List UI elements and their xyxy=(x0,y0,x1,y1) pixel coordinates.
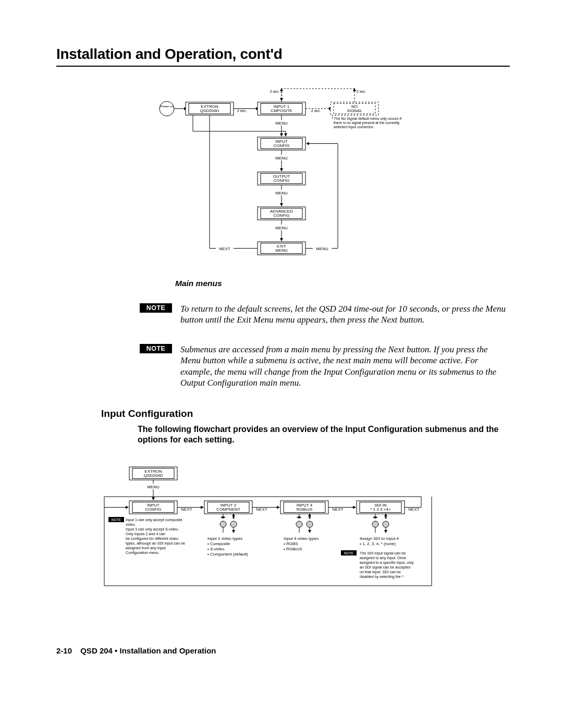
adjust-icon-sdi: ◂▸ ♦ xyxy=(372,514,389,533)
right-note-l4: an SDI signal can be accepted xyxy=(360,565,411,570)
nosignal-note-l3: selected input connector. xyxy=(334,125,374,129)
inp2-t3: • Component (default) xyxy=(207,552,248,557)
menu-label-top: MENU xyxy=(147,485,160,489)
sdi-assign-title: Assign SDI to Input # xyxy=(360,536,399,541)
extron-box-l2: QSD204D xyxy=(144,473,163,478)
menu-label-loop: MENU xyxy=(316,246,328,251)
extron-box-l2: QSD204D xyxy=(200,108,219,113)
next-3: NEXT xyxy=(332,507,343,512)
chapter-title: Installation and Operation, cont'd xyxy=(56,46,283,63)
inp2-t2: • S-video xyxy=(207,547,225,551)
adjust-icon-input2: ◂▸ ♦ xyxy=(220,514,237,533)
delay-2sec-1: 2 sec. xyxy=(237,109,247,113)
main-menus-diagram: Power on EXTRON QSD204D 2 sec. INPUT 1 C… xyxy=(156,83,427,273)
right-note-l6: disabled by selecting the *. xyxy=(360,574,405,579)
note-badge-left: NOTE xyxy=(112,518,121,522)
input-configuration-heading: Input Configuration xyxy=(101,408,193,419)
next-1: NEXT xyxy=(181,507,192,512)
inp4-t2: • RGBcvS xyxy=(284,547,302,551)
input-config-l2: CONFIG xyxy=(145,507,161,512)
power-on-label: Power on xyxy=(160,104,174,108)
main-menus-caption: Main menus xyxy=(175,279,222,288)
delay-2sec-top1: 2 sec. xyxy=(270,90,280,93)
input-config-diagram: EXTRON QSD204D MENU INPUT CONFIG NEXT IN… xyxy=(104,465,511,602)
exit-menu-l2: MENU xyxy=(275,248,288,253)
svg-text:◂▸: ◂▸ xyxy=(297,514,302,520)
nosignal-box-l2: SIGNAL xyxy=(347,108,362,113)
svg-text:◂▸: ◂▸ xyxy=(373,514,378,520)
output-config-l2: CONFIG xyxy=(273,178,289,183)
left-note-l5: be configured for different video xyxy=(126,536,178,541)
input1-box-l2: CMPOSITE xyxy=(271,108,292,113)
note-badge-2: NOTE xyxy=(140,344,172,353)
svg-point-83 xyxy=(383,521,389,527)
inp4-t1: • RGBS xyxy=(284,541,298,546)
sdi-assign-l1: • 1, 2, 3, 4, * (none) xyxy=(360,541,396,546)
next-label: NEXT xyxy=(219,246,230,251)
note-badge-right: NOTE xyxy=(344,551,354,555)
delay-2sec-2: 2 sec. xyxy=(311,109,321,113)
left-note-l4: Only Inputs 2 and 4 can xyxy=(126,532,165,536)
footer-title: QSD 204 • Installation and Operation xyxy=(80,646,216,655)
inp2-types-title: Input 2 video types xyxy=(207,536,242,541)
right-note-l3: assigned to a specific input, only xyxy=(360,560,414,565)
svg-point-75 xyxy=(307,521,313,527)
inp4-types-title: Input 4 video types xyxy=(284,536,319,541)
chapter-rule xyxy=(56,66,510,67)
left-note-l3: Input 3 can only accept S-video. xyxy=(126,527,179,532)
input-configuration-paragraph: The following flowchart provides an over… xyxy=(138,424,510,446)
svg-text:◂▸: ◂▸ xyxy=(221,514,226,520)
input2-box-l2: COMPNENT xyxy=(216,507,240,512)
nosignal-note-l2: there is no signal present at the curren… xyxy=(334,121,400,125)
next-4: NEXT xyxy=(408,507,419,512)
svg-point-0 xyxy=(160,102,174,116)
svg-text:♦: ♦ xyxy=(385,515,387,520)
note-2-text: Submenus are accessed from a main menu b… xyxy=(180,344,509,388)
note-badge-1: NOTE xyxy=(140,303,172,313)
inp2-t1: • Composite xyxy=(207,541,230,546)
right-note-l1: The SDI input signal can be xyxy=(360,551,406,556)
svg-point-82 xyxy=(372,521,378,527)
advanced-config-l2: CONFIG xyxy=(273,213,289,218)
page-number: 2-10 xyxy=(56,646,72,655)
menu-label-3: MENU xyxy=(275,191,288,195)
left-note-l1: Input 1 can only accept composite xyxy=(126,517,182,522)
manual-page: Installation and Operation, cont'd Power… xyxy=(0,0,563,728)
next-2: NEXT xyxy=(256,507,267,512)
left-note-l6: types, although an SDI input can be xyxy=(126,541,185,546)
note-1-text: To return to the default screens, let th… xyxy=(180,303,509,326)
right-note-l2: assigned to any input. Once xyxy=(360,556,406,560)
svg-point-66 xyxy=(220,521,226,527)
svg-point-67 xyxy=(230,521,237,527)
delay-2sec-top2: 2 sec. xyxy=(357,90,366,93)
nosignal-note-l1: * The No Signal default menu only occurs… xyxy=(332,117,401,121)
right-note-l5: on that input. SDI can be xyxy=(360,570,401,574)
page-footer: 2-10 QSD 204 • Installation and Operatio… xyxy=(56,646,216,655)
left-note-l2: video. xyxy=(126,522,136,527)
svg-text:♦: ♦ xyxy=(232,515,235,520)
input-config-l2: CONFIG xyxy=(273,143,289,148)
svg-point-74 xyxy=(296,521,302,527)
menu-label-1: MENU xyxy=(275,121,288,126)
menu-label-4: MENU xyxy=(275,226,288,230)
sdi-box-l2: * 1 2 3 <4> xyxy=(370,507,390,512)
left-note-l7: assigned from any Input xyxy=(126,546,166,550)
input4-box-l2: RGBcvS xyxy=(297,507,313,512)
svg-text:♦: ♦ xyxy=(309,515,311,520)
adjust-icon-input4: ◂▸ ♦ xyxy=(296,514,313,533)
left-note-l8: Configuration menu. xyxy=(126,550,160,555)
menu-label-2: MENU xyxy=(275,156,288,161)
